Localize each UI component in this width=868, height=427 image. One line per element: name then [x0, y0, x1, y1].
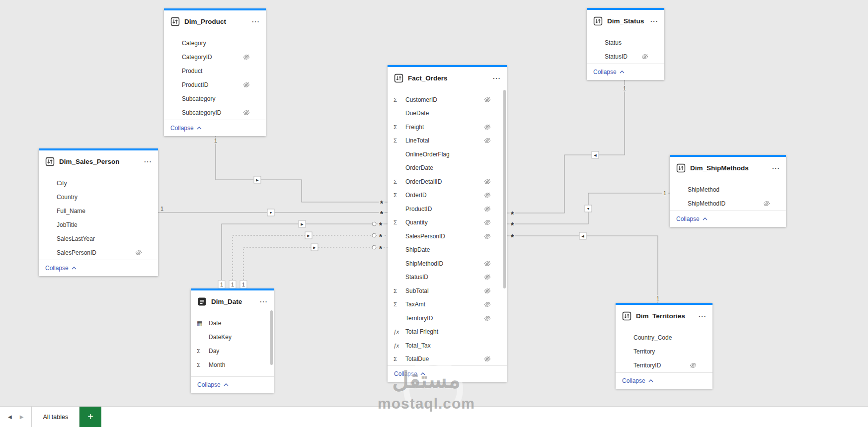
field-row-City[interactable]: City: [39, 176, 158, 190]
field-row-Subcategory[interactable]: Subcategory: [164, 92, 266, 106]
field-row-TerritoryID[interactable]: TerritoryID: [616, 358, 712, 372]
relationship-line-Dim_Status-Fact_Orders[interactable]: [501, 78, 625, 213]
tab-all-tables[interactable]: All tables: [31, 407, 79, 427]
prev-layout-icon[interactable]: ◀: [8, 414, 12, 420]
collapse-toggle[interactable]: Collapse: [191, 376, 274, 393]
field-row-Freight[interactable]: ΣFreight: [388, 120, 507, 134]
field-row-JobTitle[interactable]: JobTitle: [39, 218, 158, 232]
field-row-Date[interactable]: ▦Date: [191, 316, 274, 330]
hidden-eye-icon[interactable]: [763, 200, 770, 207]
field-row-Day[interactable]: ΣDay: [191, 344, 274, 358]
more-options-icon[interactable]: ···: [771, 164, 781, 172]
field-row-SalesLastYear[interactable]: SalesLastYear: [39, 232, 158, 246]
collapse-toggle[interactable]: Collapse: [670, 211, 786, 227]
field-row-OrderDate[interactable]: OrderDate: [388, 161, 507, 175]
field-row-ShipMethodID[interactable]: ShipMethodID: [670, 197, 786, 211]
field-row-SalesPersonID[interactable]: SalesPersonID: [39, 246, 158, 260]
add-layout-button[interactable]: +: [79, 407, 101, 427]
field-row-Quantity[interactable]: ΣQuantity: [388, 216, 507, 230]
field-row-DateKey[interactable]: DateKey: [191, 330, 274, 344]
field-row-SalesPersonID[interactable]: SalesPersonID: [388, 229, 507, 243]
hidden-eye-icon[interactable]: [690, 362, 697, 369]
table-header[interactable]: Dim_Territories···: [616, 305, 712, 327]
hidden-eye-icon[interactable]: [243, 109, 250, 116]
next-layout-icon[interactable]: ▶: [20, 414, 24, 420]
hidden-eye-icon[interactable]: [484, 315, 491, 322]
field-row-Category[interactable]: Category: [164, 36, 266, 50]
relationship-line-Dim_Territories-Fact_Orders[interactable]: [501, 236, 658, 307]
field-row-StatusID[interactable]: StatusID: [587, 50, 664, 64]
field-row-TerritoryID[interactable]: TerritoryID: [388, 311, 507, 325]
hidden-eye-icon[interactable]: [484, 137, 491, 144]
more-options-icon[interactable]: ···: [251, 18, 261, 25]
scrollbar-thumb[interactable]: [270, 310, 273, 365]
field-row-Month_Name[interactable]: Month_Name: [191, 372, 274, 376]
field-row-Total_Tax[interactable]: ƒxTotal_Tax: [388, 339, 507, 353]
table-header[interactable]: Dim_Sales_Person···: [39, 150, 158, 172]
table-card-Dim_Date[interactable]: Dim_Date···▦DateDateKeyΣDayΣMonthMonth_N…: [191, 288, 274, 393]
table-header[interactable]: Dim_ShipMethods···: [670, 157, 786, 179]
field-row-TaxAmt[interactable]: ΣTaxAmt: [388, 298, 507, 312]
field-row-StatusID[interactable]: StatusID: [388, 271, 507, 285]
field-row-SubTotal[interactable]: ΣSubTotal: [388, 284, 507, 298]
hidden-eye-icon[interactable]: [484, 356, 491, 362]
field-row-LineTotal[interactable]: ΣLineTotal: [388, 134, 507, 148]
collapse-toggle[interactable]: Collapse: [39, 260, 158, 276]
field-row-CategoryID[interactable]: CategoryID: [164, 50, 266, 64]
collapse-toggle[interactable]: Collapse: [616, 372, 712, 389]
field-row-Status[interactable]: Status: [587, 36, 664, 50]
scrollbar-thumb[interactable]: [503, 90, 506, 288]
collapse-toggle[interactable]: Collapse: [388, 365, 507, 382]
hidden-eye-icon[interactable]: [641, 53, 648, 60]
field-row-ProductID[interactable]: ProductID: [388, 202, 507, 216]
more-options-icon[interactable]: ···: [698, 312, 708, 320]
hidden-eye-icon[interactable]: [484, 178, 491, 185]
hidden-eye-icon[interactable]: [484, 274, 491, 281]
table-header[interactable]: Dim_Date···: [191, 290, 274, 312]
table-card-Dim_Status[interactable]: Dim_Status···StatusStatusIDCollapse: [587, 8, 664, 80]
field-row-ProductID[interactable]: ProductID: [164, 78, 266, 92]
hidden-eye-icon[interactable]: [135, 249, 142, 256]
field-row-ShipMethodID[interactable]: ShipMethodID: [388, 257, 507, 271]
field-row-Country[interactable]: Country: [39, 190, 158, 204]
field-row-Total Frieght[interactable]: ƒxTotal Frieght: [388, 325, 507, 339]
field-row-DueDate[interactable]: DueDate: [388, 107, 507, 121]
field-row-CustomerID[interactable]: ΣCustomerID: [388, 93, 507, 107]
table-card-Dim_ShipMethods[interactable]: Dim_ShipMethods···ShipMethodShipMethodID…: [670, 155, 786, 227]
hidden-eye-icon[interactable]: [484, 96, 491, 103]
hidden-eye-icon[interactable]: [484, 206, 491, 213]
collapse-toggle[interactable]: Collapse: [587, 64, 664, 80]
field-row-OrderID[interactable]: ΣOrderID: [388, 189, 507, 203]
table-header[interactable]: Fact_Orders···: [388, 67, 507, 89]
collapse-toggle[interactable]: Collapse: [164, 120, 266, 136]
hidden-eye-icon[interactable]: [484, 260, 491, 267]
field-row-Full_Name[interactable]: Full_Name: [39, 204, 158, 218]
field-row-ShipMethod[interactable]: ShipMethod: [670, 183, 786, 197]
hidden-eye-icon[interactable]: [484, 192, 491, 199]
field-row-OrderDetailID[interactable]: ΣOrderDetailID: [388, 175, 507, 189]
table-card-Dim_Sales_Person[interactable]: Dim_Sales_Person···CityCountryFull_NameJ…: [39, 148, 158, 276]
field-row-ShipDate[interactable]: ShipDate: [388, 243, 507, 257]
more-options-icon[interactable]: ···: [649, 17, 659, 25]
table-header[interactable]: Dim_Product···: [164, 10, 266, 32]
hidden-eye-icon[interactable]: [243, 54, 250, 61]
field-row-Month[interactable]: ΣMonth: [191, 358, 274, 372]
more-options-icon[interactable]: ···: [143, 158, 153, 165]
hidden-eye-icon[interactable]: [484, 287, 491, 294]
hidden-eye-icon[interactable]: [243, 81, 250, 88]
hidden-eye-icon[interactable]: [484, 219, 491, 226]
hidden-eye-icon[interactable]: [484, 124, 491, 131]
table-header[interactable]: Dim_Status···: [587, 10, 664, 32]
more-options-icon[interactable]: ···: [492, 74, 502, 82]
field-row-Country_Code[interactable]: Country_Code: [616, 331, 712, 345]
field-row-Territory[interactable]: Territory: [616, 345, 712, 358]
more-options-icon[interactable]: ···: [259, 298, 269, 305]
table-card-Dim_Territories[interactable]: Dim_Territories···Country_CodeTerritoryT…: [616, 303, 712, 389]
field-row-Product[interactable]: Product: [164, 64, 266, 78]
table-card-Fact_Orders[interactable]: Fact_Orders···ΣCustomerIDDueDateΣFreight…: [388, 65, 507, 382]
table-card-Dim_Product[interactable]: Dim_Product···CategoryCategoryIDProductP…: [164, 8, 266, 136]
field-row-SubcategoryID[interactable]: SubcategoryID: [164, 106, 266, 120]
field-row-TotalDue[interactable]: ΣTotalDue: [388, 353, 507, 366]
hidden-eye-icon[interactable]: [484, 301, 491, 308]
field-row-OnlineOrderFlag[interactable]: OnlineOrderFlag: [388, 147, 507, 161]
